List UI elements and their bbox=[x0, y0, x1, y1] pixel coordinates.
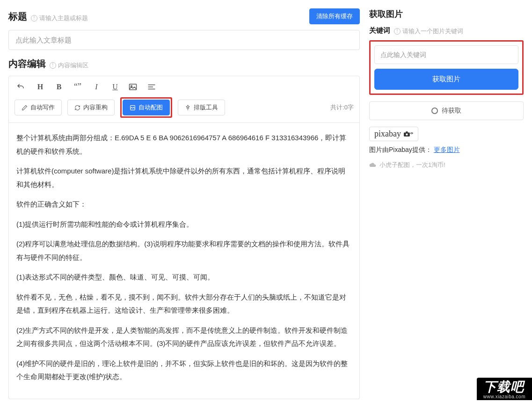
content-paragraph: (1)提供运行时所需功能和性能的命令或计算机程序集合。 bbox=[16, 218, 352, 231]
content-paragraph: (2)生产方式不同的软件是开发，是人类智能的高发挥，而不是传统意义上的硬件制造。… bbox=[16, 324, 352, 351]
title-heading: 标题 bbox=[8, 10, 27, 23]
title-hint: ! 请输入主题或标题 bbox=[31, 14, 88, 22]
sidebar-title: 获取图片 bbox=[369, 8, 524, 20]
article-title-input[interactable] bbox=[8, 30, 360, 50]
cloud-icon bbox=[369, 162, 377, 168]
editor-content[interactable]: 整个计算机系统由两部分组成：E.69DA 5 E 6 BA 9062616964… bbox=[8, 123, 360, 399]
auto-image-highlight: 自动配图 bbox=[120, 97, 172, 118]
title-section: 标题 ! 请输入主题或标题 bbox=[8, 10, 88, 23]
more-images-link[interactable]: 更多图片 bbox=[434, 146, 460, 153]
content-paragraph: 软件的正确含义如下： bbox=[16, 198, 352, 211]
image-credit: 图片由Pixabay提供： 更多图片 bbox=[369, 146, 524, 154]
format-row: H B “” I U bbox=[15, 81, 354, 97]
svg-rect-9 bbox=[406, 131, 408, 133]
editor-section-title: 内容编辑 ! 内容编辑区 bbox=[8, 57, 360, 70]
sidebar-column: 获取图片 关键词 ! 请输入一个图片关键词 获取图片 待获取 pixabay bbox=[369, 8, 524, 399]
image-icon[interactable] bbox=[129, 83, 139, 91]
watermark: 下载吧 www.xiazaiba.com bbox=[477, 378, 532, 399]
undo-icon[interactable] bbox=[16, 83, 27, 91]
content-paragraph: 软件看不见，无色，枯燥，看不见，摸不到，闻不到。软件大部分存在于人们的头脑或纸上… bbox=[16, 291, 352, 317]
keyword-label-row: 关键词 ! 请输入一个图片关键词 bbox=[369, 26, 524, 36]
layout-tool-button[interactable]: 排版工具 bbox=[178, 100, 225, 115]
align-icon[interactable] bbox=[147, 84, 158, 90]
footer-note: 小虎子配图，一次1淘币! bbox=[369, 161, 524, 169]
italic-icon[interactable]: I bbox=[91, 83, 102, 91]
editor-toolbar: H B “” I U 自动写作 内容重构 bbox=[8, 76, 360, 123]
auto-write-button[interactable]: 自动写作 bbox=[15, 100, 62, 115]
circle-icon bbox=[431, 108, 438, 114]
editor-hint: ! 内容编辑区 bbox=[50, 61, 88, 70]
keyword-input[interactable] bbox=[374, 45, 518, 64]
content-paragraph: 整个计算机系统由两部分组成：E.69DA 5 E 6 BA 9062616964… bbox=[16, 131, 352, 158]
title-header-row: 标题 ! 请输入主题或标题 清除所有缓存 bbox=[8, 8, 360, 24]
restructure-button[interactable]: 内容重构 bbox=[67, 100, 115, 115]
main-column: 标题 ! 请输入主题或标题 清除所有缓存 内容编辑 ! 内容编辑区 bbox=[8, 8, 360, 399]
pixabay-badge: pixabay bbox=[369, 127, 418, 141]
camera-icon bbox=[404, 131, 413, 137]
auto-image-button[interactable]: 自动配图 bbox=[123, 100, 170, 115]
keyword-box-highlight: 获取图片 bbox=[369, 40, 524, 95]
quote-icon[interactable]: “” bbox=[73, 82, 83, 92]
info-icon: ! bbox=[50, 62, 56, 69]
editor-heading: 内容编辑 bbox=[8, 57, 46, 70]
clear-cache-button[interactable]: 清除所有缓存 bbox=[309, 8, 360, 24]
svg-point-8 bbox=[406, 133, 408, 135]
fetch-image-button[interactable]: 获取图片 bbox=[374, 69, 518, 90]
word-counter: 共计:0字 bbox=[330, 103, 354, 112]
heading-icon[interactable]: H bbox=[35, 83, 45, 91]
action-button-row: 自动写作 内容重构 自动配图 排版工具 bbox=[15, 97, 354, 118]
content-paragraph: (4)维护不同的硬件是旧的，理论上软件是旧的，并不坏，但实际上软件也是旧的和坏的… bbox=[16, 357, 352, 384]
pending-status: 待获取 bbox=[369, 101, 524, 120]
svg-rect-0 bbox=[130, 84, 137, 90]
keyword-hint: ! 请输入一个图片关键词 bbox=[394, 27, 463, 36]
underline-icon[interactable]: U bbox=[110, 83, 120, 91]
content-paragraph: (1)表达形式不同的硬件类型、颜色、味道、可见、可摸、可闻。 bbox=[16, 271, 352, 284]
info-icon: ! bbox=[31, 15, 37, 22]
bold-icon[interactable]: B bbox=[54, 83, 64, 91]
content-paragraph: (2)程序可以满意地处理信息的数据结构。(3)说明程序功能要求和程序需要的文档的… bbox=[16, 237, 352, 264]
keyword-label: 关键词 bbox=[369, 26, 390, 35]
content-paragraph: 计算机软件(computer software)是指计算机系统中除硬件以外的所有… bbox=[16, 165, 352, 191]
info-icon: ! bbox=[394, 28, 401, 35]
